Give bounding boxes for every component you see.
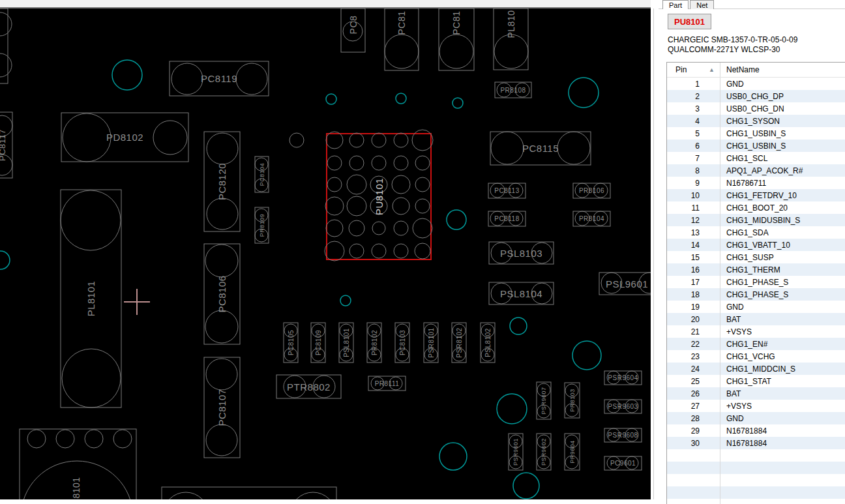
- netname-cell[interactable]: APQ1_AP_ACOK_R#: [720, 166, 803, 175]
- pin-number-cell[interactable]: 17: [667, 276, 720, 288]
- netname-cell[interactable]: CHG1_PHASE_S: [720, 290, 788, 299]
- netname-cell[interactable]: BAT: [720, 315, 741, 324]
- pin-number-cell[interactable]: 11: [667, 201, 720, 214]
- netname-cell[interactable]: CHG1_VBATT_10: [720, 241, 790, 250]
- tab-part[interactable]: Part: [662, 0, 689, 9]
- netname-cell[interactable]: +VSYS: [720, 327, 752, 336]
- netname-cell[interactable]: USB0_CHG_DP: [720, 92, 784, 101]
- pin-row[interactable]: 8APQ1_AP_ACOK_R#: [667, 164, 845, 177]
- pin-row[interactable]: 29N16781884: [667, 424, 845, 437]
- pin-row[interactable]: 15CHG1_SUSP: [667, 251, 845, 263]
- pin-number-cell[interactable]: 12: [667, 214, 720, 226]
- pin-number-cell[interactable]: 6: [667, 140, 720, 152]
- pin-row[interactable]: 30N16781884: [667, 437, 845, 449]
- pin-number-cell[interactable]: 26: [667, 387, 720, 400]
- netname-cell[interactable]: GND: [720, 414, 744, 423]
- pin-number-cell[interactable]: 19: [667, 301, 720, 313]
- pin-number-cell[interactable]: 7: [667, 152, 720, 164]
- netname-cell[interactable]: CHG1_SDA: [720, 228, 769, 237]
- pin-row[interactable]: 16CHG1_THERM: [667, 263, 845, 276]
- pin-number-cell[interactable]: 1: [667, 78, 720, 90]
- pin-number-cell[interactable]: 16: [667, 263, 720, 276]
- pin-number-cell[interactable]: 18: [667, 288, 720, 301]
- component-label: PR8108: [500, 87, 526, 94]
- pin-number-cell[interactable]: 9: [667, 177, 720, 189]
- pin-row[interactable]: 18CHG1_PHASE_S: [667, 288, 845, 301]
- pin-row[interactable]: 28GND: [667, 412, 845, 424]
- tab-net[interactable]: Net: [690, 0, 714, 9]
- netname-cell[interactable]: N16781884: [720, 426, 767, 436]
- netname-cell[interactable]: CHG1_BOOT_20: [720, 203, 788, 213]
- pin-number-cell[interactable]: 10: [667, 189, 720, 201]
- netname-cell[interactable]: CHG1_EN#: [720, 340, 767, 349]
- panel-splitter[interactable]: [653, 8, 654, 499]
- pin-row[interactable]: 27+VSYS: [667, 400, 845, 412]
- pin-row[interactable]: 2USB0_CHG_DP: [667, 90, 845, 102]
- netname-cell[interactable]: BAT: [720, 389, 741, 398]
- netname-cell[interactable]: N16781884: [720, 439, 767, 448]
- netname-cell[interactable]: CHG1_VCHG: [720, 352, 775, 361]
- pin-row[interactable]: 13CHG1_SDA: [667, 226, 845, 239]
- pin-number-cell[interactable]: 28: [667, 412, 720, 424]
- pin-number-cell[interactable]: 15: [667, 251, 720, 263]
- column-header-netname[interactable]: NetName: [720, 65, 760, 74]
- pin-number-cell[interactable]: 25: [667, 375, 720, 387]
- netname-cell[interactable]: USB0_CHG_DN: [720, 104, 784, 113]
- pin-row[interactable]: 26BAT: [667, 387, 845, 400]
- pin-row[interactable]: 24CHG1_MIDDCIN_S: [667, 363, 845, 375]
- pin-row[interactable]: 7CHG1_SCL: [667, 152, 845, 164]
- pin-number-cell[interactable]: 4: [667, 115, 720, 127]
- pin-row[interactable]: 14CHG1_VBATT_10: [667, 239, 845, 251]
- pin-row[interactable]: 17CHG1_PHASE_S: [667, 276, 845, 288]
- pin-number-cell[interactable]: 13: [667, 226, 720, 239]
- pin-row[interactable]: 6CHG1_USBIN_S: [667, 140, 845, 152]
- netname-cell[interactable]: CHG1_USBIN_S: [720, 141, 786, 151]
- pin-row[interactable]: 21+VSYS: [667, 325, 845, 338]
- pin-number-cell[interactable]: 8: [667, 164, 720, 177]
- pin-row[interactable]: 1GND: [667, 78, 845, 90]
- pin-row[interactable]: 5CHG1_USBIN_S: [667, 127, 845, 140]
- netname-cell[interactable]: CHG1_MIDUSBIN_S: [720, 216, 800, 225]
- netname-cell[interactable]: CHG1_FETDRV_10: [720, 191, 797, 200]
- pin-number-cell[interactable]: 30: [667, 437, 720, 449]
- pin-row[interactable]: 12CHG1_MIDUSBIN_S: [667, 214, 845, 226]
- netname-cell[interactable]: CHG1_STAT: [720, 377, 771, 386]
- pin-row[interactable]: 19GND: [667, 301, 845, 313]
- pin-row[interactable]: 11CHG1_BOOT_20: [667, 201, 845, 214]
- pin-row[interactable]: 9N16786711: [667, 177, 845, 189]
- pin-row[interactable]: 22CHG1_EN#: [667, 338, 845, 350]
- netname-cell[interactable]: CHG1_SUSP: [720, 253, 774, 262]
- netname-cell[interactable]: GND: [720, 80, 744, 89]
- board-canvas[interactable]: PC8117PD8102PC8119PC8PC81PC81PL810PR8108…: [0, 8, 651, 499]
- netname-cell[interactable]: CHG1_USBIN_S: [720, 129, 786, 138]
- netname-cell[interactable]: CHG1_SYSON: [720, 117, 780, 126]
- pin-number-cell[interactable]: 22: [667, 338, 720, 350]
- pin-number-cell[interactable]: 21: [667, 325, 720, 338]
- pin-number-cell[interactable]: 5: [667, 127, 720, 140]
- netname-cell[interactable]: CHG1_PHASE_S: [720, 278, 788, 287]
- pin-number-cell[interactable]: 27: [667, 400, 720, 412]
- netname-cell[interactable]: CHG1_SCL: [720, 154, 767, 163]
- netname-cell[interactable]: CHG1_MIDDCIN_S: [720, 364, 795, 374]
- board-view[interactable]: PC8117PD8102PC8119PC8PC81PC81PL810PR8108…: [0, 8, 651, 499]
- netname-cell[interactable]: GND: [720, 303, 744, 312]
- pin-row[interactable]: 4CHG1_SYSON: [667, 115, 845, 127]
- pin-number-cell[interactable]: 14: [667, 239, 720, 251]
- pin-row[interactable]: 25CHG1_STAT: [667, 375, 845, 387]
- pin-number-cell[interactable]: 29: [667, 424, 720, 437]
- pin-row[interactable]: 20BAT: [667, 313, 845, 325]
- pin-number-cell[interactable]: 23: [667, 350, 720, 363]
- pin-number-cell[interactable]: 3: [667, 102, 720, 115]
- selected-part-button[interactable]: PU8101: [668, 14, 711, 29]
- netname-cell[interactable]: CHG1_THERM: [720, 265, 780, 274]
- pin-row[interactable]: 3USB0_CHG_DN: [667, 102, 845, 115]
- pin-number-cell[interactable]: 24: [667, 363, 720, 375]
- pin-row[interactable]: 23CHG1_VCHG: [667, 350, 845, 363]
- netname-cell[interactable]: N16786711: [720, 179, 766, 188]
- pin-row[interactable]: 10CHG1_FETDRV_10: [667, 189, 845, 201]
- pin-number-cell: [667, 486, 720, 499]
- pin-number-cell[interactable]: 2: [667, 90, 720, 102]
- netname-cell[interactable]: +VSYS: [720, 402, 752, 411]
- column-header-pin[interactable]: Pin ▲: [667, 63, 720, 77]
- pin-number-cell[interactable]: 20: [667, 313, 720, 325]
